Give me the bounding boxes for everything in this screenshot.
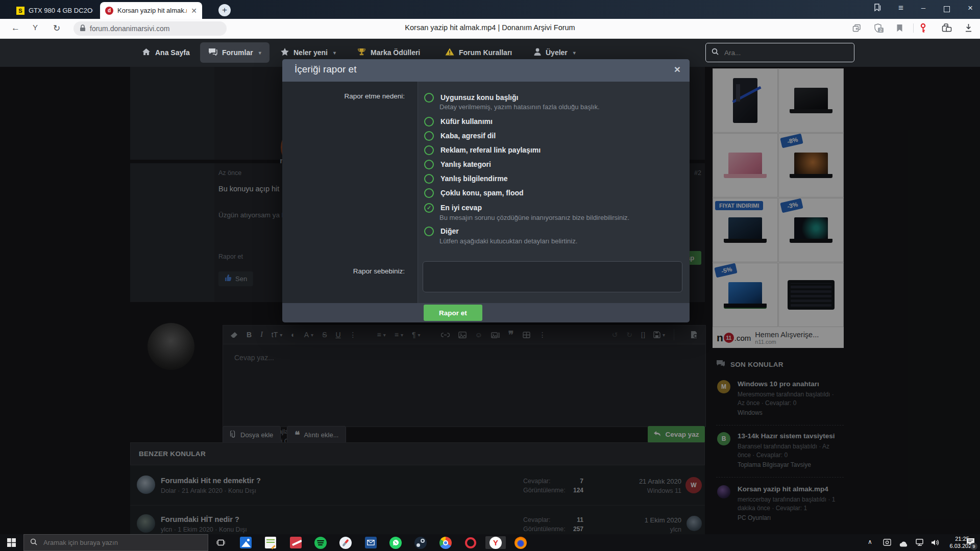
report-modal-header: İçeriği rapor et × (282, 59, 690, 82)
forum-search-box[interactable] (705, 43, 854, 62)
report-option[interactable]: ✓ Çoklu konu, spam, flood (424, 188, 524, 198)
share-copy-icon[interactable] (852, 24, 861, 35)
task-view-icon[interactable] (210, 536, 231, 549)
radio-icon: ✓ (424, 131, 434, 141)
downloads-icon[interactable] (965, 23, 972, 35)
report-modal: İçeriği rapor et × Rapor etme nedeni: ✓ … (282, 59, 690, 322)
report-detail-textarea[interactable] (423, 261, 682, 292)
notes-app-icon[interactable] (260, 536, 281, 549)
radio-icon: ✓ (424, 160, 434, 169)
tray-onedrive-icon[interactable] (899, 540, 909, 549)
tab2-favicon: d (105, 7, 113, 15)
start-button[interactable] (7, 538, 16, 549)
report-modal-title: İçeriği rapor et (295, 64, 356, 75)
user-icon (534, 48, 541, 57)
steam-app-icon[interactable] (410, 536, 431, 549)
report-modal-footer (282, 303, 690, 322)
tab1-title: GTX 980 4 GB DC2OC EKRA (29, 7, 93, 14)
nav-label: Ana Sayfa (155, 48, 190, 57)
report-detail-label: Rapor sebebiniz: (282, 267, 405, 275)
tab-bookmarks-icon[interactable] (871, 3, 884, 13)
opera-app-icon[interactable] (460, 536, 481, 549)
star-icon (281, 48, 289, 57)
nav-label: Neler yeni (293, 48, 328, 57)
protect-shield-icon[interactable]: 2 (874, 23, 882, 35)
report-option-sub: Lütfen aşağıdaki kutucuktan detayları be… (439, 237, 577, 245)
notification-badge: 9 (970, 543, 977, 550)
nav-label: Marka Ödülleri (371, 48, 420, 57)
radio-icon: ✓ (424, 203, 434, 213)
safari-app-icon[interactable] (335, 536, 356, 549)
report-option[interactable]: ✓ Küfür kullanımı (424, 116, 493, 127)
report-option[interactable]: ✓ Uygunsuz konu başlığı (424, 92, 518, 103)
trophy-icon (357, 48, 366, 58)
browser-tab-bar: S GTX 980 4 GB DC2OC EKRA d Korsan yazip… (0, 0, 980, 19)
toolbar-divider (913, 23, 914, 33)
nav-label: Forumlar (222, 48, 253, 57)
nav-label: Üyeler (546, 48, 568, 57)
report-option[interactable]: ✓ Diğer (424, 226, 459, 236)
tray-volume-icon[interactable] (931, 539, 940, 548)
taskbar-search-box[interactable] (23, 534, 208, 551)
reason-label: Rapor etme nedeni: (282, 92, 405, 100)
report-option[interactable]: ✓ Reklam, referal link paylaşımı (424, 145, 541, 155)
browser-menu-icon[interactable]: ≡ (894, 3, 908, 13)
collections-icon[interactable] (942, 23, 952, 35)
report-option[interactable]: ✓ Kaba, agresif dil (424, 131, 496, 141)
report-option-sub: Detay verilmemiş, yazım hatasının fazla … (439, 103, 600, 111)
radio-icon: ✓ (424, 93, 434, 103)
tab2-title: Korsan yazip hit almak.m (117, 7, 187, 14)
page-title: Korsan yazip hit almak.mp4 | Donanım Arş… (0, 23, 980, 32)
close-icon[interactable]: × (674, 63, 680, 76)
report-option[interactable]: ✓ Yanlış kategori (424, 159, 491, 169)
spotify-app-icon[interactable] (310, 536, 331, 549)
nav-label: Forum Kuralları (459, 48, 512, 57)
chevron-down-icon[interactable]: ▾ (333, 50, 336, 56)
chevron-down-icon[interactable]: ▾ (573, 50, 576, 56)
report-option[interactable]: ✓ En iyi cevap (424, 203, 482, 213)
windows-taskbar: Y ∧ 21:25 6.03.2021 9 (0, 534, 980, 551)
shield-badge: 2 (878, 28, 884, 33)
tray-cast-icon[interactable] (883, 539, 891, 548)
tray-network-icon[interactable] (916, 539, 924, 548)
photos-app-icon[interactable] (235, 536, 256, 549)
radio-icon: ✓ (424, 145, 434, 155)
search-icon (30, 538, 37, 547)
window-close-button[interactable]: × (964, 3, 977, 13)
password-key-icon[interactable] (919, 23, 927, 36)
report-option-sub: Bu mesajın sorunu çözdüğüne inanıyorsanı… (439, 214, 629, 221)
tab2-close-icon[interactable]: ✕ (191, 7, 197, 15)
report-option[interactable]: ✓ Yanlış bilgilendirme (424, 173, 507, 184)
window-restore-button[interactable] (940, 5, 953, 14)
firefox-app-icon[interactable] (510, 536, 531, 549)
radio-icon: ✓ (424, 117, 434, 127)
bookmark-flag-icon[interactable] (896, 24, 903, 35)
tray-chevron-up-icon[interactable]: ∧ (868, 538, 872, 545)
new-tab-button[interactable]: + (218, 4, 231, 16)
tab1-favicon: S (16, 7, 24, 15)
radio-icon: ✓ (424, 227, 434, 236)
browser-tab-2[interactable]: d Korsan yazip hit almak.m ✕ (100, 2, 202, 19)
forza-app-icon[interactable] (285, 536, 306, 549)
browser-tab-1[interactable]: S GTX 980 4 GB DC2OC EKRA (11, 2, 98, 19)
warning-icon (445, 48, 454, 57)
search-icon (712, 48, 719, 57)
home-icon (142, 48, 151, 57)
browser-toolbar: ← Y ↻ forum.donanimarsivi.com Korsan yaz… (0, 19, 980, 39)
report-submit-button[interactable]: Rapor et (424, 305, 482, 321)
radio-icon: ✓ (424, 188, 434, 198)
taskbar-search-input[interactable] (42, 538, 192, 547)
forum-search-input[interactable] (723, 48, 827, 57)
notification-center-icon[interactable]: 9 (966, 538, 975, 548)
forums-icon (208, 48, 217, 57)
radio-icon: ✓ (424, 174, 434, 184)
whatsapp-app-icon[interactable] (385, 536, 406, 549)
chrome-app-icon[interactable] (435, 536, 456, 549)
nav-forumlar[interactable]: Forumlar ▾ (200, 42, 270, 63)
chevron-down-icon[interactable]: ▾ (259, 50, 261, 56)
mail-app-icon[interactable] (360, 536, 381, 549)
nav-ana-sayfa[interactable]: Ana Sayfa (142, 38, 190, 67)
window-minimize-button[interactable]: – (917, 3, 930, 12)
yandex-browser-app-icon[interactable]: Y (485, 536, 506, 549)
screen: S GTX 980 4 GB DC2OC EKRA d Korsan yazip… (0, 0, 980, 551)
